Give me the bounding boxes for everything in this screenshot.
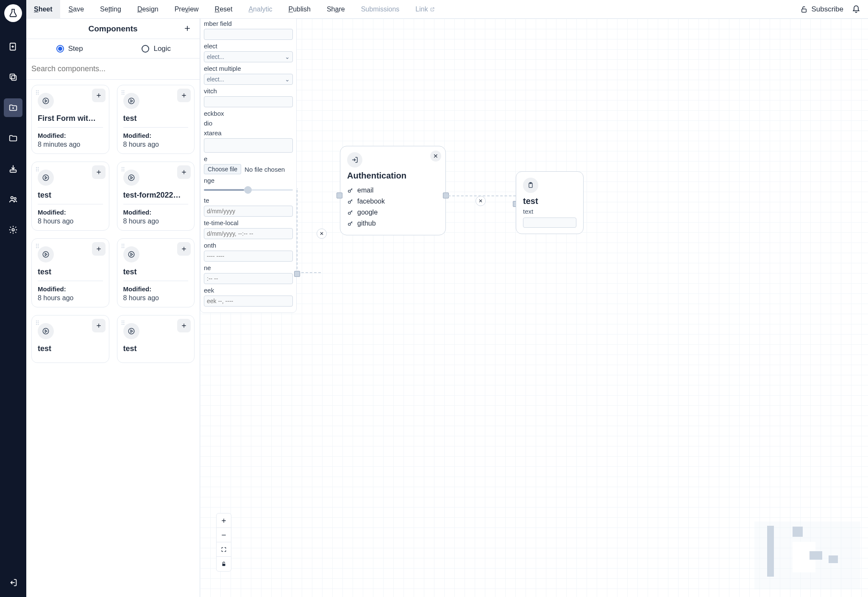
menu-design[interactable]: Design [130, 0, 166, 18]
menu-link[interactable]: Link [408, 0, 442, 18]
zoom-out-button[interactable] [217, 528, 231, 542]
month-input[interactable] [204, 251, 293, 262]
drag-handle-icon[interactable]: ⠿ [121, 89, 126, 96]
zoom-in-button[interactable] [217, 513, 231, 528]
edge-delete-button[interactable]: ✕ [476, 196, 486, 206]
menu-setting[interactable]: Setting [92, 0, 129, 18]
components-title: Components [88, 24, 137, 33]
choose-file-button[interactable]: Choose file [204, 164, 241, 174]
drag-handle-icon[interactable]: ⠿ [35, 320, 40, 326]
component-card[interactable]: ⠿ test Modified:8 hours ago [117, 85, 195, 154]
menu-publish[interactable]: Publish [281, 0, 318, 18]
notifications-icon[interactable] [852, 5, 860, 14]
add-component-button[interactable] [181, 22, 194, 35]
label-select-multiple: elect multiple [204, 65, 293, 72]
component-card[interactable]: ⠿ First Form wit… Modified:8 minutes ago [31, 85, 109, 154]
tab-step[interactable]: Step [26, 39, 113, 58]
switch-input[interactable] [204, 96, 293, 107]
auth-option[interactable]: google [347, 207, 439, 218]
zoom-fit-button[interactable] [217, 542, 231, 557]
test-node-input[interactable] [523, 218, 576, 228]
card-title: test [123, 344, 189, 353]
card-add-button[interactable] [177, 165, 191, 179]
connection-handle[interactable] [337, 192, 342, 198]
edge-delete-button[interactable]: ✕ [317, 229, 327, 239]
component-card[interactable]: ⠿ test Modified:8 hours ago [117, 238, 195, 307]
auth-option[interactable]: email [347, 185, 439, 196]
component-card[interactable]: ⠿ test Modified:8 hours ago [31, 238, 109, 307]
test-node[interactable]: test text [516, 171, 584, 234]
auth-option-label: email [357, 187, 373, 194]
svg-point-18 [348, 212, 351, 214]
connection-handle[interactable] [294, 271, 300, 277]
rail-new-icon[interactable] [4, 37, 22, 56]
svg-point-14 [43, 328, 49, 334]
component-card[interactable]: ⠿ test-form2022… Modified:8 hours ago [117, 162, 195, 231]
rail-users-icon[interactable] [4, 190, 22, 209]
rail-folder-icon[interactable] [4, 129, 22, 148]
svg-point-5 [14, 198, 16, 200]
label-date: te [204, 197, 293, 204]
menu-share[interactable]: Share [319, 0, 353, 18]
drag-handle-icon[interactable]: ⠿ [121, 166, 126, 173]
number-input[interactable] [204, 29, 293, 40]
menu-sheet[interactable]: Sheet [26, 0, 60, 18]
app-logo[interactable] [4, 4, 22, 22]
datetime-input[interactable] [204, 228, 293, 239]
card-add-button[interactable] [92, 319, 106, 332]
auth-option-label: github [357, 220, 376, 227]
menu-preview[interactable]: Preview [167, 0, 206, 18]
component-card[interactable]: ⠿ test Modified:8 hours ago [31, 162, 109, 231]
card-add-button[interactable] [92, 165, 106, 179]
select-input[interactable]: elect...⌄ [204, 51, 293, 62]
drag-handle-icon[interactable]: ⠿ [35, 166, 40, 173]
label-file: e [204, 155, 293, 162]
rail-copy-icon[interactable] [4, 68, 22, 86]
svg-point-13 [128, 251, 134, 257]
card-add-button[interactable] [92, 89, 106, 102]
drag-handle-icon[interactable]: ⠿ [121, 320, 126, 326]
auth-option[interactable]: facebook [347, 196, 439, 207]
menu-analytic[interactable]: Analytic [241, 0, 280, 18]
chevron-down-icon: ⌄ [285, 76, 290, 83]
card-add-button[interactable] [92, 242, 106, 256]
auth-node[interactable]: ✕ Authentication emailfacebookgooglegith… [340, 146, 446, 235]
auth-option[interactable]: github [347, 218, 439, 229]
rail-add-folder-icon[interactable] [4, 98, 22, 117]
svg-rect-22 [223, 564, 225, 566]
menu-save[interactable]: Save [61, 0, 92, 18]
close-icon[interactable]: ✕ [430, 151, 441, 162]
select-multiple-input[interactable]: elect...⌄ [204, 74, 293, 85]
textarea-input[interactable] [204, 138, 293, 153]
label-radio: dio [204, 120, 293, 127]
drag-handle-icon[interactable]: ⠿ [121, 243, 126, 250]
rail-settings-icon[interactable] [4, 220, 22, 239]
radio-off-icon [142, 45, 149, 53]
time-input[interactable] [204, 273, 293, 284]
drag-handle-icon[interactable]: ⠿ [35, 243, 40, 250]
svg-rect-1 [11, 75, 16, 80]
canvas[interactable]: mber field electelect...⌄ elect multiple… [200, 19, 868, 597]
date-input[interactable] [204, 206, 293, 217]
menu-reset[interactable]: Reset [207, 0, 240, 18]
label-time: ne [204, 264, 293, 271]
subscribe-button[interactable]: Subscribe [800, 5, 843, 14]
card-add-button[interactable] [177, 319, 191, 332]
week-input[interactable] [204, 296, 293, 307]
drag-handle-icon[interactable]: ⠿ [35, 89, 40, 96]
search-input[interactable] [31, 62, 195, 76]
component-card[interactable]: ⠿ test [117, 315, 195, 363]
rail-download-icon[interactable] [4, 159, 22, 178]
component-card[interactable]: ⠿ test [31, 315, 109, 363]
rail-logout-icon[interactable] [4, 573, 22, 592]
range-input[interactable] [204, 186, 293, 194]
modified-label: Modified: [38, 209, 103, 216]
login-icon [347, 152, 362, 167]
zoom-lock-button[interactable] [217, 557, 231, 571]
minimap[interactable] [754, 522, 860, 589]
tab-logic[interactable]: Logic [113, 39, 200, 58]
menu-submissions[interactable]: Submissions [353, 0, 407, 18]
lock-open-icon [800, 6, 808, 13]
card-add-button[interactable] [177, 89, 191, 102]
card-add-button[interactable] [177, 242, 191, 256]
